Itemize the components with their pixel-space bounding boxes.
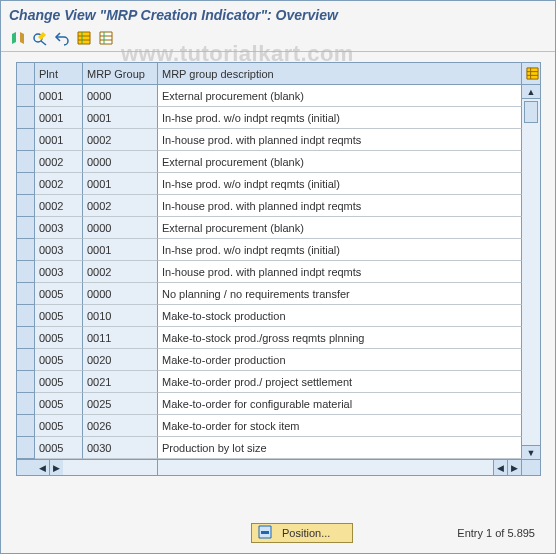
cell-mrp-group-desc[interactable]: External procurement (blank) <box>158 151 522 173</box>
cell-mrp-group[interactable]: 0001 <box>83 107 158 129</box>
cell-mrp-group[interactable]: 0020 <box>83 349 158 371</box>
cell-mrp-group-desc[interactable]: In-hse prod. w/o indpt reqmts (initial) <box>158 239 522 261</box>
cell-mrp-group-desc[interactable]: No planning / no requirements transfer <box>158 283 522 305</box>
cell-mrp-group[interactable]: 0010 <box>83 305 158 327</box>
cell-plnt[interactable]: 0005 <box>35 349 83 371</box>
table-settings-button[interactable] <box>522 63 540 85</box>
vertical-scroll-thumb[interactable] <box>524 101 538 123</box>
row-selector[interactable] <box>17 415 35 437</box>
table-row[interactable]: 00050025Make-to-order for configurable m… <box>17 393 522 415</box>
row-selector-header[interactable] <box>17 63 35 85</box>
row-selector[interactable] <box>17 151 35 173</box>
row-selector[interactable] <box>17 283 35 305</box>
row-selector[interactable] <box>17 195 35 217</box>
row-selector[interactable] <box>17 437 35 459</box>
row-selector[interactable] <box>17 261 35 283</box>
select-all-button[interactable] <box>75 29 93 47</box>
table-row[interactable]: 00020000External procurement (blank) <box>17 151 522 173</box>
table-row[interactable]: 00010000External procurement (blank) <box>17 85 522 107</box>
vertical-scrollbar[interactable]: ▲ ▼ <box>522 85 540 459</box>
cell-mrp-group-desc[interactable]: Make-to-order production <box>158 349 522 371</box>
table-row[interactable]: 00010002In-house prod. with planned indp… <box>17 129 522 151</box>
hscroll-main[interactable]: ◀ ▶ <box>158 460 522 475</box>
row-selector[interactable] <box>17 129 35 151</box>
row-selector[interactable] <box>17 217 35 239</box>
row-selector[interactable] <box>17 85 35 107</box>
cell-mrp-group[interactable]: 0021 <box>83 371 158 393</box>
table-row[interactable]: 00050026Make-to-order for stock item <box>17 415 522 437</box>
cell-plnt[interactable]: 0003 <box>35 239 83 261</box>
hscroll-right-main[interactable]: ▶ <box>507 460 521 475</box>
table-row[interactable]: 00050000No planning / no requirements tr… <box>17 283 522 305</box>
cell-plnt[interactable]: 0003 <box>35 217 83 239</box>
table-row[interactable]: 00020002In-house prod. with planned indp… <box>17 195 522 217</box>
display-change-toggle-button[interactable] <box>31 29 49 47</box>
cell-plnt[interactable]: 0001 <box>35 107 83 129</box>
table-row[interactable]: 00010001In-hse prod. w/o indpt reqmts (i… <box>17 107 522 129</box>
hscroll-right-fixed[interactable]: ▶ <box>49 460 63 475</box>
cell-mrp-group[interactable]: 0002 <box>83 261 158 283</box>
cell-plnt[interactable]: 0005 <box>35 305 83 327</box>
table-row[interactable]: 00050030Production by lot size <box>17 437 522 459</box>
row-selector[interactable] <box>17 349 35 371</box>
other-view-button[interactable] <box>9 29 27 47</box>
table-row[interactable]: 00050020Make-to-order production <box>17 349 522 371</box>
row-selector[interactable] <box>17 239 35 261</box>
cell-mrp-group[interactable]: 0000 <box>83 85 158 107</box>
position-button[interactable]: Position... <box>251 523 353 543</box>
cell-plnt[interactable]: 0005 <box>35 415 83 437</box>
cell-mrp-group[interactable]: 0001 <box>83 173 158 195</box>
cell-mrp-group-desc[interactable]: In-house prod. with planned indpt reqmts <box>158 261 522 283</box>
cell-plnt[interactable]: 0001 <box>35 129 83 151</box>
undo-button[interactable] <box>53 29 71 47</box>
row-selector[interactable] <box>17 371 35 393</box>
scroll-down-button[interactable]: ▼ <box>522 445 540 459</box>
cell-plnt[interactable]: 0002 <box>35 195 83 217</box>
cell-mrp-group-desc[interactable]: Make-to-order for configurable material <box>158 393 522 415</box>
cell-mrp-group[interactable]: 0001 <box>83 239 158 261</box>
cell-mrp-group[interactable]: 0011 <box>83 327 158 349</box>
table-row[interactable]: 00050011Make-to-stock prod./gross reqmts… <box>17 327 522 349</box>
cell-plnt[interactable]: 0005 <box>35 371 83 393</box>
table-row[interactable]: 00030002In-house prod. with planned indp… <box>17 261 522 283</box>
col-header-plnt[interactable]: Plnt <box>35 63 83 85</box>
cell-mrp-group[interactable]: 0026 <box>83 415 158 437</box>
row-selector[interactable] <box>17 173 35 195</box>
cell-plnt[interactable]: 0002 <box>35 151 83 173</box>
cell-mrp-group[interactable]: 0000 <box>83 151 158 173</box>
hscroll-left-main[interactable]: ◀ <box>493 460 507 475</box>
cell-mrp-group-desc[interactable]: Make-to-order for stock item <box>158 415 522 437</box>
cell-plnt[interactable]: 0002 <box>35 173 83 195</box>
cell-mrp-group-desc[interactable]: In-house prod. with planned indpt reqmts <box>158 195 522 217</box>
row-selector[interactable] <box>17 393 35 415</box>
col-header-mrp-group[interactable]: MRP Group <box>83 63 158 85</box>
hscroll-fixed-cols[interactable]: ◀ ▶ <box>35 460 158 475</box>
cell-plnt[interactable]: 0005 <box>35 393 83 415</box>
cell-plnt[interactable]: 0005 <box>35 437 83 459</box>
vertical-scroll-track[interactable] <box>522 99 540 445</box>
table-row[interactable]: 00030000External procurement (blank) <box>17 217 522 239</box>
cell-plnt[interactable]: 0003 <box>35 261 83 283</box>
cell-plnt[interactable]: 0005 <box>35 327 83 349</box>
cell-mrp-group-desc[interactable]: External procurement (blank) <box>158 85 522 107</box>
cell-mrp-group-desc[interactable]: In-hse prod. w/o indpt reqmts (initial) <box>158 173 522 195</box>
cell-mrp-group[interactable]: 0030 <box>83 437 158 459</box>
cell-mrp-group[interactable]: 0000 <box>83 217 158 239</box>
table-row[interactable]: 00030001In-hse prod. w/o indpt reqmts (i… <box>17 239 522 261</box>
table-row[interactable]: 00020001In-hse prod. w/o indpt reqmts (i… <box>17 173 522 195</box>
scroll-up-button[interactable]: ▲ <box>522 85 540 99</box>
row-selector[interactable] <box>17 107 35 129</box>
cell-plnt[interactable]: 0005 <box>35 283 83 305</box>
cell-mrp-group-desc[interactable]: External procurement (blank) <box>158 217 522 239</box>
col-header-mrp-group-desc[interactable]: MRP group description <box>158 63 522 85</box>
cell-mrp-group[interactable]: 0002 <box>83 195 158 217</box>
row-selector[interactable] <box>17 327 35 349</box>
row-selector[interactable] <box>17 305 35 327</box>
cell-mrp-group-desc[interactable]: In-house prod. with planned indpt reqmts <box>158 129 522 151</box>
cell-mrp-group[interactable]: 0002 <box>83 129 158 151</box>
cell-mrp-group-desc[interactable]: Production by lot size <box>158 437 522 459</box>
hscroll-left-fixed[interactable]: ◀ <box>35 460 49 475</box>
deselect-all-button[interactable] <box>97 29 115 47</box>
cell-mrp-group[interactable]: 0000 <box>83 283 158 305</box>
cell-mrp-group-desc[interactable]: Make-to-stock prod./gross reqmts plnning <box>158 327 522 349</box>
